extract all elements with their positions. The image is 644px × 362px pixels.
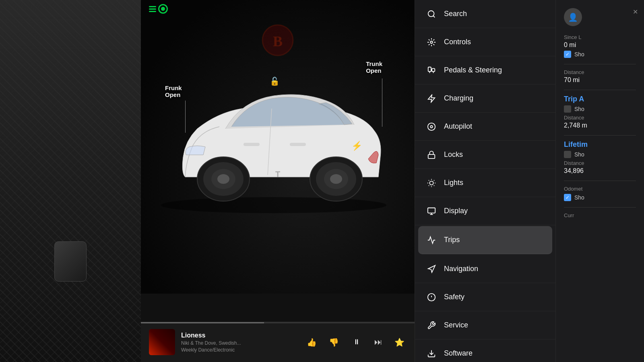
svg-line-27 bbox=[434, 185, 434, 185]
settings-sidebar: SearchControlsPedals & SteeringChargingA… bbox=[415, 0, 555, 362]
lights-icon bbox=[425, 177, 438, 189]
hud-lines-icon bbox=[149, 6, 156, 12]
close-trips-button[interactable]: ✕ bbox=[633, 8, 638, 16]
sidebar-item-charging[interactable]: Charging bbox=[415, 84, 555, 113]
sidebar-item-safety[interactable]: Safety bbox=[415, 283, 555, 311]
favorite-button[interactable]: ⭐ bbox=[392, 335, 407, 349]
sidebar-item-pedals[interactable]: Pedals & Steering bbox=[415, 56, 555, 84]
divider-4 bbox=[564, 181, 636, 181]
svg-rect-19 bbox=[432, 68, 435, 71]
since-label: Since L bbox=[564, 34, 636, 40]
sidebar-item-label-display: Display bbox=[444, 207, 468, 215]
sidebar-item-display[interactable]: Display bbox=[415, 197, 555, 225]
show-label-1: Sho bbox=[574, 51, 584, 58]
show-checkbox-row-2: Sho bbox=[564, 105, 636, 113]
lifetime-section: Lifetim Sho Distance 34,896 bbox=[564, 140, 636, 175]
odometer-label: Odomet bbox=[564, 186, 636, 192]
current-label: Curr bbox=[564, 212, 636, 218]
distance4-value: 34,896 bbox=[564, 167, 636, 175]
team-logo: B bbox=[262, 24, 294, 56]
locks-icon bbox=[425, 148, 438, 161]
navigation-icon bbox=[425, 263, 438, 276]
svg-rect-13 bbox=[244, 143, 260, 146]
trip-a-label[interactable]: Trip A bbox=[564, 95, 636, 103]
dislike-button[interactable]: 👎 bbox=[327, 335, 341, 349]
song-title: Lioness bbox=[181, 332, 299, 339]
sidebar-item-controls[interactable]: Controls bbox=[415, 28, 555, 56]
sidebar-item-label-search: Search bbox=[444, 10, 467, 18]
car-visualization-area: B 🔓 bbox=[141, 0, 415, 294]
sidebar-item-label-safety: Safety bbox=[444, 293, 464, 301]
trunk-open-label: Trunk Open bbox=[366, 60, 382, 74]
sidebar-item-label-navigation: Navigation bbox=[444, 265, 478, 273]
show-label-3: Sho bbox=[574, 151, 584, 158]
svg-line-26 bbox=[429, 180, 429, 180]
sidebar-item-locks[interactable]: Locks bbox=[415, 141, 555, 169]
show-checkbox-row-1: ✓ Sho bbox=[564, 51, 636, 58]
sidebar-item-label-controls: Controls bbox=[444, 38, 471, 46]
frunk-open-callout: Frunk Open bbox=[165, 84, 182, 98]
svg-point-8 bbox=[217, 174, 229, 184]
trunk-lock-icon: 🔓 bbox=[270, 76, 280, 86]
divider-1 bbox=[564, 64, 636, 64]
svg-rect-22 bbox=[428, 154, 435, 158]
odometer-section: Odomet ✓ Sho bbox=[564, 186, 636, 201]
sidebar-item-label-charging: Charging bbox=[444, 94, 473, 103]
show-checkbox-1[interactable]: ✓ bbox=[564, 51, 571, 58]
song-info: Lioness Niki & The Dove, Swedish... Week… bbox=[181, 332, 299, 353]
show-checkbox-4[interactable]: ✓ bbox=[564, 194, 571, 201]
show-checkbox-3[interactable] bbox=[564, 151, 571, 158]
sidebar-item-search[interactable]: Search bbox=[415, 0, 555, 28]
display-icon bbox=[425, 205, 438, 218]
music-progress-bar[interactable] bbox=[141, 322, 415, 323]
main-car-display: B 🔓 bbox=[141, 0, 415, 362]
trunk-callout-line bbox=[382, 78, 382, 127]
trips-detail-panel: ✕ 👤 Since L 0 mi ✓ Sho Distance 70 mi Tr… bbox=[555, 0, 644, 362]
svg-line-30 bbox=[429, 185, 429, 185]
sidebar-item-label-service: Service bbox=[444, 321, 468, 329]
frunk-callout-line bbox=[185, 101, 186, 133]
divider-2 bbox=[564, 90, 636, 90]
distance2-label: Distance bbox=[564, 69, 636, 75]
divider-3 bbox=[564, 135, 636, 136]
carbon-fiber-texture bbox=[0, 0, 141, 362]
trunk-open-callout: Trunk Open bbox=[366, 60, 382, 74]
sidebar-item-autopilot[interactable]: Autopilot bbox=[415, 113, 555, 141]
distance2-section: Distance 70 mi bbox=[564, 69, 636, 84]
music-player: Lioness Niki & The Dove, Swedish... Week… bbox=[141, 322, 415, 362]
current-section: Curr bbox=[564, 212, 636, 218]
sidebar-item-lights[interactable]: Lights bbox=[415, 169, 555, 197]
sidebar-item-label-locks: Locks bbox=[444, 150, 463, 159]
svg-point-17 bbox=[430, 41, 433, 43]
charging-indicator-icon: ⚡ bbox=[351, 141, 362, 151]
sidebar-item-label-software: Software bbox=[444, 349, 473, 358]
svg-rect-14 bbox=[290, 143, 306, 146]
lifetime-label: Lifetim bbox=[564, 140, 636, 149]
svg-marker-35 bbox=[428, 265, 435, 272]
charging-icon bbox=[425, 92, 438, 105]
distance4-label: Distance bbox=[564, 160, 636, 166]
show-checkbox-row-3: Sho bbox=[564, 151, 636, 158]
svg-text:T: T bbox=[275, 170, 280, 179]
trips-icon bbox=[425, 234, 438, 247]
music-controls: 👍 👎 ⏸ ⏭ ⭐ bbox=[305, 335, 407, 350]
song-genre: Weekly Dance/Electronic bbox=[181, 347, 299, 353]
sidebar-item-trips[interactable]: Trips bbox=[418, 226, 552, 254]
frunk-open-label: Frunk Open bbox=[165, 84, 182, 98]
music-progress-fill bbox=[141, 322, 264, 323]
hud-indicator bbox=[149, 4, 168, 14]
like-button[interactable]: 👍 bbox=[305, 335, 319, 349]
next-button[interactable]: ⏭ bbox=[372, 335, 384, 349]
sidebar-item-service[interactable]: Service bbox=[415, 311, 555, 339]
sidebar-item-software[interactable]: Software bbox=[415, 339, 555, 362]
svg-point-23 bbox=[429, 181, 433, 185]
svg-rect-32 bbox=[428, 208, 435, 213]
pause-button[interactable]: ⏸ bbox=[349, 335, 364, 350]
safety-icon bbox=[425, 291, 438, 304]
sidebar-item-navigation[interactable]: Navigation bbox=[415, 255, 555, 283]
distance3-value: 2,748 m bbox=[564, 122, 636, 129]
door-handle bbox=[54, 241, 87, 282]
show-label-4: Sho bbox=[574, 194, 584, 201]
show-checkbox-2[interactable] bbox=[564, 105, 571, 113]
svg-text:B: B bbox=[273, 33, 283, 49]
